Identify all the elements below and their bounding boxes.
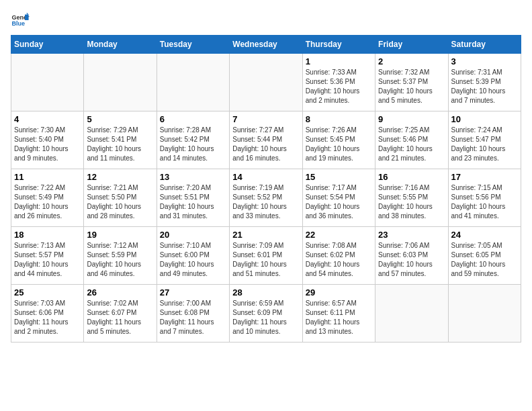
header-monday: Monday bbox=[84, 36, 157, 54]
calendar-cell: 23Sunrise: 7:06 AM Sunset: 6:03 PM Dayli… bbox=[375, 227, 448, 285]
day-info: Sunrise: 7:27 AM Sunset: 5:44 PM Dayligh… bbox=[232, 126, 299, 163]
day-number: 29 bbox=[306, 287, 372, 298]
calendar-cell: 13Sunrise: 7:20 AM Sunset: 5:51 PM Dayli… bbox=[157, 169, 229, 227]
calendar-week-2: 4Sunrise: 7:30 AM Sunset: 5:40 PM Daylig… bbox=[11, 111, 521, 169]
day-info: Sunrise: 7:09 AM Sunset: 6:01 PM Dayligh… bbox=[232, 241, 299, 279]
day-number: 19 bbox=[87, 230, 153, 240]
day-info: Sunrise: 7:19 AM Sunset: 5:52 PM Dayligh… bbox=[232, 183, 299, 221]
calendar-cell: 14Sunrise: 7:19 AM Sunset: 5:52 PM Dayli… bbox=[230, 169, 302, 227]
day-number: 20 bbox=[160, 230, 226, 240]
day-info: Sunrise: 7:10 AM Sunset: 6:00 PM Dayligh… bbox=[160, 241, 226, 279]
day-number: 23 bbox=[378, 230, 445, 240]
day-number: 24 bbox=[451, 230, 518, 240]
calendar-cell bbox=[157, 54, 229, 111]
calendar-cell: 11Sunrise: 7:22 AM Sunset: 5:49 PM Dayli… bbox=[11, 169, 84, 227]
calendar-week-4: 18Sunrise: 7:13 AM Sunset: 5:57 PM Dayli… bbox=[11, 227, 521, 285]
day-number: 1 bbox=[306, 56, 372, 66]
day-number: 17 bbox=[451, 172, 518, 182]
header-saturday: Saturday bbox=[448, 36, 521, 54]
calendar-week-5: 25Sunrise: 7:03 AM Sunset: 6:06 PM Dayli… bbox=[11, 285, 521, 342]
day-info: Sunrise: 7:26 AM Sunset: 5:45 PM Dayligh… bbox=[306, 126, 372, 163]
day-number: 5 bbox=[87, 114, 153, 124]
calendar-cell: 1Sunrise: 7:33 AM Sunset: 5:36 PM Daylig… bbox=[302, 54, 375, 111]
day-number: 3 bbox=[451, 56, 518, 66]
calendar-cell: 27Sunrise: 7:00 AM Sunset: 6:08 PM Dayli… bbox=[157, 285, 229, 342]
day-info: Sunrise: 6:57 AM Sunset: 6:11 PM Dayligh… bbox=[306, 299, 372, 336]
day-info: Sunrise: 7:29 AM Sunset: 5:41 PM Dayligh… bbox=[87, 126, 153, 163]
calendar-cell: 2Sunrise: 7:32 AM Sunset: 5:37 PM Daylig… bbox=[375, 54, 448, 111]
header-thursday: Thursday bbox=[302, 36, 375, 54]
day-number: 15 bbox=[306, 172, 372, 182]
calendar-cell: 17Sunrise: 7:15 AM Sunset: 5:56 PM Dayli… bbox=[448, 169, 521, 227]
calendar-cell bbox=[230, 54, 302, 111]
calendar-cell: 18Sunrise: 7:13 AM Sunset: 5:57 PM Dayli… bbox=[11, 227, 84, 285]
day-number: 12 bbox=[87, 172, 153, 182]
day-info: Sunrise: 7:28 AM Sunset: 5:42 PM Dayligh… bbox=[160, 126, 226, 163]
calendar-cell: 22Sunrise: 7:08 AM Sunset: 6:02 PM Dayli… bbox=[302, 227, 375, 285]
calendar-header-row: SundayMondayTuesdayWednesdayThursdayFrid… bbox=[11, 36, 521, 54]
day-info: Sunrise: 7:08 AM Sunset: 6:02 PM Dayligh… bbox=[306, 241, 372, 279]
calendar-table: SundayMondayTuesdayWednesdayThursdayFrid… bbox=[11, 35, 521, 342]
day-number: 13 bbox=[160, 172, 226, 182]
day-number: 6 bbox=[160, 114, 226, 124]
day-info: Sunrise: 7:20 AM Sunset: 5:51 PM Dayligh… bbox=[160, 183, 226, 221]
calendar-cell: 7Sunrise: 7:27 AM Sunset: 5:44 PM Daylig… bbox=[230, 111, 302, 169]
day-info: Sunrise: 7:03 AM Sunset: 6:06 PM Dayligh… bbox=[14, 299, 81, 336]
header-wednesday: Wednesday bbox=[230, 36, 302, 54]
day-info: Sunrise: 7:22 AM Sunset: 5:49 PM Dayligh… bbox=[14, 183, 81, 221]
header: General Blue bbox=[11, 11, 521, 30]
day-info: Sunrise: 7:12 AM Sunset: 5:59 PM Dayligh… bbox=[87, 241, 153, 279]
calendar-cell: 29Sunrise: 6:57 AM Sunset: 6:11 PM Dayli… bbox=[302, 285, 375, 342]
calendar-cell bbox=[448, 285, 521, 342]
calendar-cell: 26Sunrise: 7:02 AM Sunset: 6:07 PM Dayli… bbox=[84, 285, 157, 342]
calendar-cell: 21Sunrise: 7:09 AM Sunset: 6:01 PM Dayli… bbox=[230, 227, 302, 285]
calendar-cell: 24Sunrise: 7:05 AM Sunset: 6:05 PM Dayli… bbox=[448, 227, 521, 285]
calendar-cell: 4Sunrise: 7:30 AM Sunset: 5:40 PM Daylig… bbox=[11, 111, 84, 169]
day-info: Sunrise: 7:33 AM Sunset: 5:36 PM Dayligh… bbox=[306, 68, 372, 105]
day-info: Sunrise: 7:30 AM Sunset: 5:40 PM Dayligh… bbox=[14, 126, 81, 163]
day-number: 7 bbox=[232, 114, 299, 124]
day-info: Sunrise: 7:17 AM Sunset: 5:54 PM Dayligh… bbox=[306, 183, 372, 221]
calendar-week-1: 1Sunrise: 7:33 AM Sunset: 5:36 PM Daylig… bbox=[11, 54, 521, 111]
day-info: Sunrise: 7:02 AM Sunset: 6:07 PM Dayligh… bbox=[87, 299, 153, 336]
calendar-cell: 9Sunrise: 7:25 AM Sunset: 5:46 PM Daylig… bbox=[375, 111, 448, 169]
calendar-cell bbox=[84, 54, 157, 111]
calendar-cell: 3Sunrise: 7:31 AM Sunset: 5:39 PM Daylig… bbox=[448, 54, 521, 111]
day-number: 14 bbox=[232, 172, 299, 182]
day-info: Sunrise: 7:00 AM Sunset: 6:08 PM Dayligh… bbox=[160, 299, 226, 336]
day-number: 18 bbox=[14, 230, 81, 240]
logo-icon: General Blue bbox=[11, 11, 30, 30]
calendar-cell: 19Sunrise: 7:12 AM Sunset: 5:59 PM Dayli… bbox=[84, 227, 157, 285]
header-sunday: Sunday bbox=[11, 36, 84, 54]
day-info: Sunrise: 7:06 AM Sunset: 6:03 PM Dayligh… bbox=[378, 241, 445, 279]
calendar-cell bbox=[375, 285, 448, 342]
calendar-cell bbox=[11, 54, 84, 111]
day-info: Sunrise: 7:05 AM Sunset: 6:05 PM Dayligh… bbox=[451, 241, 518, 279]
day-info: Sunrise: 7:15 AM Sunset: 5:56 PM Dayligh… bbox=[451, 183, 518, 221]
day-info: Sunrise: 7:16 AM Sunset: 5:55 PM Dayligh… bbox=[378, 183, 445, 221]
day-info: Sunrise: 7:25 AM Sunset: 5:46 PM Dayligh… bbox=[378, 126, 445, 163]
day-number: 25 bbox=[14, 287, 81, 298]
calendar-cell: 20Sunrise: 7:10 AM Sunset: 6:00 PM Dayli… bbox=[157, 227, 229, 285]
svg-marker-2 bbox=[25, 15, 29, 20]
day-info: Sunrise: 7:32 AM Sunset: 5:37 PM Dayligh… bbox=[378, 68, 445, 105]
day-number: 8 bbox=[306, 114, 372, 124]
day-number: 21 bbox=[232, 230, 299, 240]
logo: General Blue bbox=[11, 11, 32, 30]
day-number: 27 bbox=[160, 287, 226, 298]
day-number: 2 bbox=[378, 56, 445, 66]
header-tuesday: Tuesday bbox=[157, 36, 229, 54]
calendar-cell: 5Sunrise: 7:29 AM Sunset: 5:41 PM Daylig… bbox=[84, 111, 157, 169]
day-number: 26 bbox=[87, 287, 153, 298]
svg-text:Blue: Blue bbox=[11, 20, 25, 27]
day-info: Sunrise: 7:31 AM Sunset: 5:39 PM Dayligh… bbox=[451, 68, 518, 105]
calendar-cell: 28Sunrise: 6:59 AM Sunset: 6:09 PM Dayli… bbox=[230, 285, 302, 342]
day-number: 10 bbox=[451, 114, 518, 124]
day-number: 4 bbox=[14, 114, 81, 124]
calendar-cell: 16Sunrise: 7:16 AM Sunset: 5:55 PM Dayli… bbox=[375, 169, 448, 227]
day-info: Sunrise: 6:59 AM Sunset: 6:09 PM Dayligh… bbox=[232, 299, 299, 336]
calendar-cell: 15Sunrise: 7:17 AM Sunset: 5:54 PM Dayli… bbox=[302, 169, 375, 227]
header-friday: Friday bbox=[375, 36, 448, 54]
calendar-cell: 12Sunrise: 7:21 AM Sunset: 5:50 PM Dayli… bbox=[84, 169, 157, 227]
calendar-cell: 10Sunrise: 7:24 AM Sunset: 5:47 PM Dayli… bbox=[448, 111, 521, 169]
